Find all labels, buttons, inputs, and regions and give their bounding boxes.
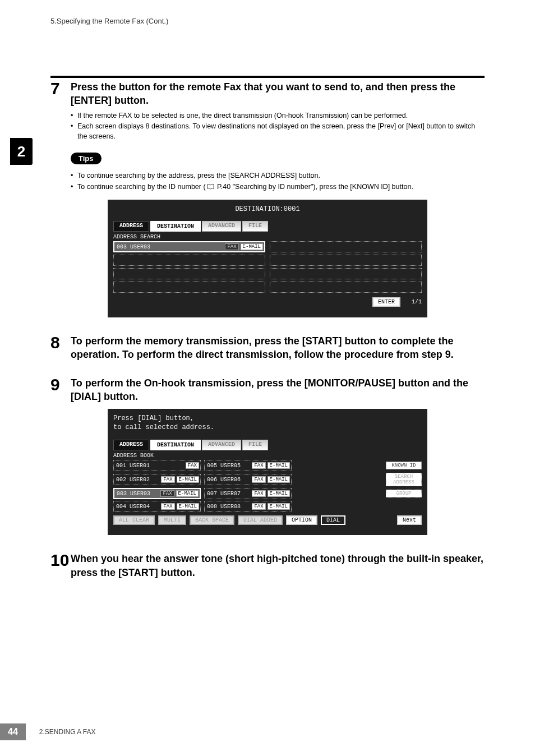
step-number-10: 10 [50,552,71,569]
fax-chip[interactable]: FAX [160,490,174,497]
email-chip[interactable]: E-MAIL [176,490,199,497]
fax-chip[interactable]: FAX [252,476,265,483]
fax-chip[interactable]: FAX [252,503,265,510]
tab-destination[interactable]: DESTINATION [150,440,201,450]
fax-screen-destination: DESTINATION:0001 ADDRESS DESTINATION ADV… [108,200,427,317]
fax-screen-dial: Press [DIAL] button,to call selected add… [108,409,427,535]
step-number-9: 9 [50,376,71,393]
email-chip[interactable]: E-MAIL [241,243,263,250]
address-entry[interactable]: 001 USER01FAX [113,460,201,471]
step-number-8: 8 [50,334,71,351]
fax-chip[interactable]: FAX [225,243,238,250]
email-chip[interactable]: E-MAIL [268,462,290,469]
dial-button[interactable]: DIAL [321,515,345,525]
search-address-button[interactable]: SEARCH ADDRESS [386,473,422,486]
enter-button[interactable]: ENTER [372,297,400,307]
chapter-tab: 2 [10,138,33,165]
destination-entry-empty [270,268,422,279]
address-entry[interactable]: 004 USER04FAXE-MAIL [113,501,201,512]
tab-advanced[interactable]: ADVANCED [202,221,241,232]
address-entry-selected[interactable]: 003 USER03FAXE-MAIL [113,488,201,499]
destination-entry-empty [270,255,422,266]
step7-bullet: Each screen displays 8 destinations. To … [71,122,485,141]
fax-chip[interactable]: FAX [252,462,265,469]
step-title-9: To perform the On-hook transmission, pre… [71,376,485,404]
page-indicator: 1/1 [412,299,422,305]
email-chip[interactable]: E-MAIL [268,490,290,497]
email-chip[interactable]: E-MAIL [268,476,290,483]
backspace-button[interactable]: BACK SPACE [190,515,234,525]
step-title-10: When you hear the answer tone (short hig… [71,552,485,579]
email-chip[interactable]: E-MAIL [268,503,290,510]
tab-file[interactable]: FILE [242,440,268,450]
destination-entry-empty [270,282,422,293]
next-button[interactable]: Next [397,515,422,525]
option-button[interactable]: OPTION [286,515,317,525]
known-id-button[interactable]: KNOWN ID [386,462,422,469]
address-entry[interactable]: 002 USER02FAXE-MAIL [113,474,201,485]
tab-destination[interactable]: DESTINATION [150,221,201,232]
address-entry[interactable]: 007 USER07FAXE-MAIL [204,488,292,499]
dial-added-button[interactable]: DIAL ADDED [238,515,283,525]
screen-prompt: Press [DIAL] button,to call selected add… [113,414,422,432]
tips-badge: Tips [71,153,102,164]
tips-bullet: To continue searching by the address, pr… [71,171,485,181]
fax-chip[interactable]: FAX [252,490,265,497]
page-footer: 44 2.SENDING A FAX [0,723,96,740]
header-section-title: 5.Specifying the Remote Fax (Cont.) [50,17,485,25]
tab-advanced[interactable]: ADVANCED [202,440,241,450]
step-title-8: To perform the memory transmission, pres… [71,334,485,362]
screen-title: DESTINATION:0001 [113,205,422,213]
destination-entry-empty [113,282,265,293]
address-entry[interactable]: 006 USER06FAXE-MAIL [204,474,292,485]
email-chip[interactable]: E-MAIL [177,476,199,483]
multi-button[interactable]: MULTI [158,515,186,525]
group-button[interactable]: GROUP [386,490,422,497]
tips-bullet: To continue searching by the ID number (… [71,182,485,192]
fax-chip[interactable]: FAX [161,503,174,510]
step-number-7: 7 [50,80,71,97]
email-chip[interactable]: E-MAIL [177,503,199,510]
destination-entry-empty [113,255,265,266]
destination-entry-empty [113,268,265,279]
address-book-label: ADDRESS BOOK [113,453,422,459]
divider [50,76,485,78]
address-entry[interactable]: 005 USER05FAXE-MAIL [204,460,292,471]
tab-address[interactable]: ADDRESS [113,440,149,450]
address-entry[interactable]: 008 USER08FAXE-MAIL [204,501,292,512]
destination-entry-selected[interactable]: 003 USER03 FAX E-MAIL [113,241,265,252]
all-clear-button[interactable]: ALL CLEAR [113,515,155,525]
tab-address[interactable]: ADDRESS [113,221,149,232]
footer-chapter: 2.SENDING A FAX [39,728,96,736]
address-search-label: ADDRESS SEARCH [113,234,422,240]
step7-bullet: If the remote FAX to be selected is one,… [71,111,485,121]
page-number: 44 [0,723,26,740]
tab-file[interactable]: FILE [242,221,268,232]
fax-chip[interactable]: FAX [186,462,199,469]
destination-entry-empty [270,241,422,252]
book-icon [207,184,214,190]
step-title-7: Press the button for the remote Fax that… [71,80,485,108]
fax-chip[interactable]: FAX [161,476,174,483]
